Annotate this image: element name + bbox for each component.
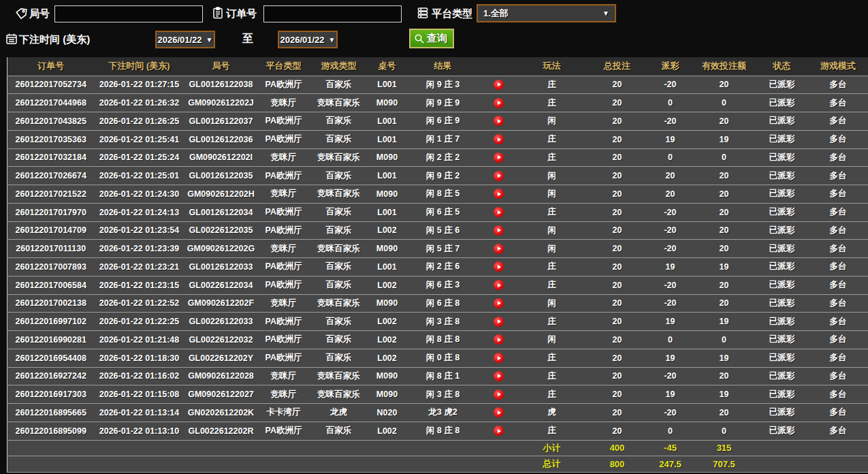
cell-mode: 多台: [808, 240, 868, 258]
cell-time: 2026-01-22 01:24:30: [95, 185, 184, 204]
table-row: 2601220169902812026-01-22 01:21:48GL0022…: [7, 331, 868, 349]
platform-list-icon: [417, 7, 429, 19]
cell-total_bet: 20: [586, 76, 649, 94]
cell-valid_bet: 0: [692, 422, 756, 440]
cell-mode: 多台: [808, 130, 868, 148]
cell-table_no: M090: [368, 148, 406, 167]
play-video-button[interactable]: [494, 225, 504, 236]
cell-mode: 多台: [808, 148, 868, 167]
cell-mode: 多台: [808, 185, 868, 204]
cell-result: 龙3 虎2: [406, 404, 480, 422]
cell-order: 260122017017970: [7, 203, 95, 221]
cell-game: 百家乐: [310, 349, 368, 367]
play-video-button[interactable]: [494, 262, 504, 272]
table-row: 2601220170215222026-01-22 01:24:30GM0902…: [7, 185, 868, 204]
cell-round: GL00226122035: [184, 221, 258, 240]
cell-round: GM0902612202I: [184, 148, 258, 167]
play-video-button[interactable]: [494, 116, 504, 126]
chevron-down-icon: ▼: [602, 10, 609, 17]
cell-status: 已派彩: [756, 148, 808, 167]
play-video-button[interactable]: [494, 371, 504, 381]
cell-round: GM09026122027: [184, 385, 258, 404]
cell-mode: 多台: [808, 422, 868, 440]
play-cell: [480, 422, 518, 440]
play-video-button[interactable]: [494, 189, 504, 199]
cell-valid_bet: 0: [692, 148, 756, 167]
order-number-input[interactable]: [263, 5, 402, 22]
cell-valid_bet: 20: [692, 276, 756, 294]
cell-game: 竞咪百家乐: [310, 94, 368, 112]
play-video-button[interactable]: [494, 171, 504, 181]
column-header-13: 游戏模式: [808, 57, 868, 76]
cell-total_bet: 20: [586, 313, 649, 331]
cell-valid_bet: 20: [692, 185, 756, 204]
round-number-input[interactable]: [54, 5, 203, 22]
cell-table_no: M090: [368, 185, 406, 204]
cell-order: 260122017011130: [7, 240, 95, 258]
cell-result: 闲 6 庄 5: [406, 203, 480, 221]
cell-round: GM0902612202G: [184, 240, 258, 258]
query-button[interactable]: 查询: [409, 29, 454, 48]
play-video-button[interactable]: [494, 134, 504, 144]
table-row: 2601220170321842026-01-22 01:25:24GM0902…: [7, 148, 868, 167]
cell-order: 260122017021522: [7, 185, 95, 204]
date-from-select[interactable]: 2026/01/22 ▼: [155, 31, 215, 48]
cell-order: 260122017052734: [7, 76, 95, 94]
cell-total_bet: 20: [586, 276, 649, 294]
cell-table_no: L002: [368, 422, 406, 440]
cell-order: 260122016954408: [7, 349, 95, 367]
cell-time: 2026-01-22 01:23:39: [95, 240, 184, 258]
play-video-button[interactable]: [494, 153, 504, 163]
play-video-button[interactable]: [494, 334, 504, 345]
play-cell: [480, 367, 518, 385]
cell-bet_type: 闲: [518, 240, 586, 258]
cell-bet_type: 虎: [518, 404, 586, 422]
play-video-button[interactable]: [494, 390, 504, 400]
cell-total_bet: 20: [586, 167, 649, 185]
play-video-button[interactable]: [494, 426, 504, 436]
cell-table_no: L001: [368, 258, 406, 276]
cell-order: 260122017002138: [7, 294, 95, 313]
cell-valid_bet: 20: [692, 240, 756, 258]
play-video-button[interactable]: [494, 244, 504, 254]
play-video-button[interactable]: [494, 98, 504, 108]
cell-game: 百家乐: [310, 167, 368, 185]
play-video-button[interactable]: [494, 353, 504, 363]
play-cell: [480, 185, 518, 204]
date-to-select[interactable]: 2026/01/22 ▼: [278, 31, 338, 48]
date-to-value: 2026/01/22: [280, 35, 325, 45]
cell-mode: 多台: [808, 313, 868, 331]
cell-total_bet: 20: [586, 349, 649, 367]
cell-total_bet: 20: [586, 294, 649, 313]
cell-table_no: M090: [368, 367, 406, 385]
play-video-button[interactable]: [494, 80, 504, 90]
bet-records-table: 订单号下注时间 (美东)局号平台类型游戏类型桌号结果玩法总投注派彩有效投注额状态…: [7, 57, 868, 473]
cell-platform: PA欧洲厅: [258, 313, 310, 331]
play-video-button[interactable]: [494, 207, 504, 217]
cell-mode: 多台: [808, 94, 868, 112]
platform-type-select[interactable]: 1.全部 ▼: [477, 4, 616, 22]
cell-mode: 多台: [808, 167, 868, 185]
cell-time: 2026-01-22 01:13:14: [95, 404, 184, 422]
cell-bet_type: 庄: [518, 422, 586, 440]
cell-payout: -20: [649, 367, 692, 385]
cell-result: 闲 8 庄 8: [406, 331, 480, 349]
play-video-button[interactable]: [494, 280, 504, 290]
cell-bet_type: 庄: [518, 94, 586, 112]
cell-game: 竞咪百家乐: [310, 148, 368, 167]
play-video-button[interactable]: [494, 407, 504, 417]
calendar-icon: [5, 33, 18, 45]
date-range-to-label: 至: [242, 32, 253, 46]
play-video-button[interactable]: [494, 317, 504, 327]
cell-result: 闲 9 庄 2: [406, 167, 480, 185]
table-row: 2601220169544082026-01-22 01:18:30GL0022…: [7, 349, 868, 367]
cell-game: 百家乐: [310, 221, 368, 240]
cell-round: GL0022612202Y: [184, 349, 258, 367]
cell-bet_type: 庄: [518, 130, 586, 148]
cell-valid_bet: 19: [692, 130, 756, 148]
play-cell: [480, 331, 518, 349]
cell-table_no: L002: [368, 276, 406, 294]
cell-payout: -20: [649, 221, 692, 240]
play-video-button[interactable]: [494, 298, 504, 309]
table-row: 2601220170065842026-01-22 01:23:15GL0022…: [7, 276, 868, 294]
